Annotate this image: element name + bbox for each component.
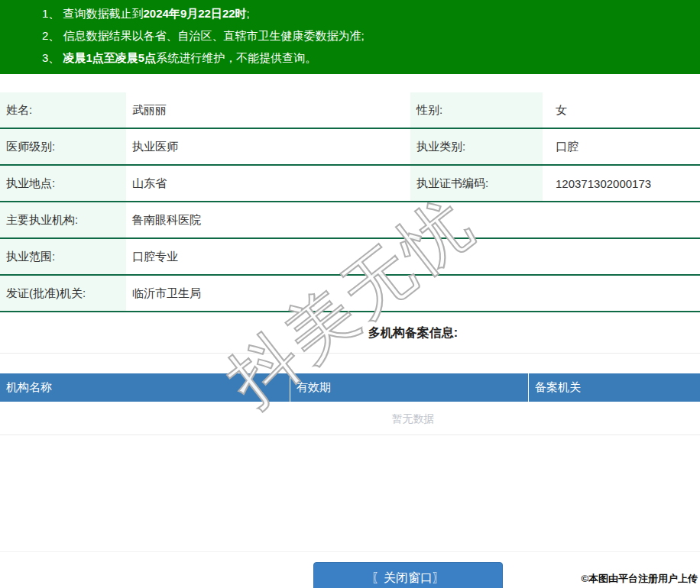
doctor-info-table: 姓名: 武丽丽 性别: 女 医师级别: 执业医师 执业类别: 口腔 执业地点: …	[0, 92, 700, 312]
practice-scope-label: 执业范围:	[0, 239, 126, 274]
notice-line-3-num: 3、	[42, 51, 63, 64]
upload-attribution: ©本图由平台注册用户上传	[581, 572, 698, 586]
main-institution-label: 主要执业机构:	[0, 202, 126, 237]
notice-banner: 1、 查询数据截止到2024年9月22日22时; 2、 信息数据结果以各省、自治…	[0, 0, 700, 74]
column-header-validity-period: 有效期	[290, 373, 529, 402]
notice-line-2-num: 2、	[42, 29, 63, 42]
practice-category-label: 执业类别:	[410, 129, 543, 164]
notice-line-1-post: ;	[247, 7, 250, 20]
doctor-level-value: 执业医师	[126, 129, 410, 164]
table-row: 医师级别: 执业医师 执业类别: 口腔	[0, 129, 700, 166]
notice-line-3: 3、 凌晨1点至凌晨5点系统进行维护，不能提供查询。	[42, 47, 700, 69]
column-header-filing-authority: 备案机关	[529, 373, 700, 402]
issuing-authority-value: 临沂市卫生局	[126, 276, 700, 311]
issuing-authority-label: 发证(批准)机关:	[0, 276, 126, 311]
table-row: 发证(批准)机关: 临沂市卫生局	[0, 276, 700, 312]
notice-line-1-text: 查询数据截止到	[63, 7, 144, 20]
notice-line-1-bold: 2024年9月22日22时	[144, 7, 247, 20]
notice-line-2-text: 信息数据结果以各省、自治区、直辖市卫生健康委数据为准;	[63, 29, 365, 42]
close-window-button[interactable]: 〖关闭窗口〗	[313, 562, 503, 588]
main-institution-value: 鲁南眼科医院	[126, 202, 700, 237]
table-row: 姓名: 武丽丽 性别: 女	[0, 92, 700, 129]
table-row: 执业地点: 山东省 执业证书编码: 120371302000173	[0, 166, 700, 202]
divider	[0, 551, 700, 552]
doctor-level-label: 医师级别:	[0, 129, 126, 164]
multi-institution-filing-title: 多机构备案信息:	[0, 312, 700, 354]
table-row: 主要执业机构: 鲁南眼科医院	[0, 202, 700, 239]
filing-table-header: 机构名称 有效期 备案机关	[0, 373, 700, 402]
certificate-number-value: 120371302000173	[543, 166, 700, 201]
notice-line-1: 1、 查询数据截止到2024年9月22日22时;	[42, 2, 700, 24]
notice-line-3-post: 系统进行维护，不能提供查询。	[156, 51, 316, 64]
no-data-placeholder: 暂无数据	[0, 402, 700, 435]
certificate-number-label: 执业证书编码:	[410, 166, 543, 201]
notice-line-2: 2、 信息数据结果以各省、自治区、直辖市卫生健康委数据为准;	[42, 24, 700, 47]
notice-line-3-bold: 凌晨1点至凌晨5点	[63, 51, 157, 64]
column-header-institution-name: 机构名称	[0, 373, 290, 402]
gender-label: 性别:	[410, 92, 543, 128]
practice-location-label: 执业地点:	[0, 166, 126, 201]
practice-scope-value: 口腔专业	[126, 239, 700, 274]
table-row: 执业范围: 口腔专业	[0, 239, 700, 276]
name-label: 姓名:	[0, 92, 126, 128]
notice-line-1-num: 1、	[42, 7, 63, 20]
practice-category-value: 口腔	[543, 129, 700, 164]
gender-value: 女	[543, 92, 700, 128]
name-value: 武丽丽	[126, 92, 410, 128]
practice-location-value: 山东省	[126, 166, 410, 201]
